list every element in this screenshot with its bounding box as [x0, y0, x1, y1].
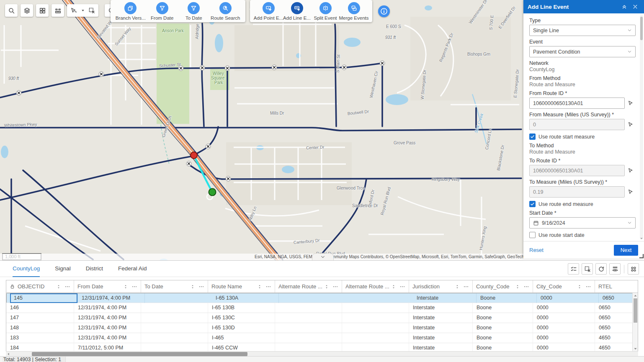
- table-cell[interactable]: 0000: [533, 313, 595, 323]
- table-cell[interactable]: [275, 313, 342, 323]
- table-cell[interactable]: 148: [6, 323, 74, 333]
- column-header-alternate-route[interactable]: Alternate Route ...: [342, 280, 409, 293]
- column-menu-icon[interactable]: [332, 284, 338, 290]
- table-cell[interactable]: 0650: [595, 303, 638, 313]
- table-cell[interactable]: [275, 343, 342, 352]
- table-cell[interactable]: Boone: [473, 333, 533, 343]
- table-cell[interactable]: 4650: [595, 343, 638, 352]
- table-cell[interactable]: [342, 303, 409, 313]
- scrollbar-thumb[interactable]: [634, 298, 637, 323]
- table-cell[interactable]: I-465 CCW: [208, 343, 275, 352]
- info-button[interactable]: [378, 5, 390, 17]
- column-menu-icon[interactable]: [131, 284, 137, 290]
- search-button[interactable]: [5, 4, 18, 17]
- event-select[interactable]: Pavement Condition: [529, 46, 636, 57]
- show-selected-records-button[interactable]: [568, 263, 579, 275]
- select-options-button[interactable]: [80, 4, 86, 17]
- column-menu-icon[interactable]: [463, 284, 469, 290]
- table-cell[interactable]: Boone: [473, 303, 533, 313]
- table-cell[interactable]: 0000: [533, 323, 595, 333]
- refresh-table-button[interactable]: [595, 263, 607, 275]
- column-header-route-name[interactable]: Route Name: [208, 280, 275, 293]
- table-cell[interactable]: [342, 323, 409, 333]
- table-cell[interactable]: [141, 303, 208, 313]
- sort-icon[interactable]: [577, 284, 582, 289]
- table-cell[interactable]: 0000: [533, 303, 595, 313]
- column-menu-icon[interactable]: [399, 284, 405, 290]
- measure-button[interactable]: [52, 4, 64, 17]
- column-header-county-code[interactable]: County_Code: [473, 280, 533, 293]
- table-cell[interactable]: Boone: [473, 313, 533, 323]
- add-line-e-tool[interactable]: Add Line E...: [283, 2, 311, 21]
- table-cell[interactable]: [275, 333, 342, 343]
- pick-to-measure-button[interactable]: [627, 188, 636, 196]
- show-hide-columns-button[interactable]: [609, 263, 621, 275]
- column-header-jurisdiction[interactable]: Jurisdiction: [409, 280, 473, 293]
- sort-icon[interactable]: [56, 284, 61, 289]
- column-header-rtel[interactable]: RTEL: [595, 280, 638, 293]
- table-cell[interactable]: 146: [6, 303, 74, 313]
- from-date-tool[interactable]: From Date: [147, 2, 178, 21]
- table-cell[interactable]: Boone: [473, 343, 533, 352]
- split-event-tool[interactable]: Split Event: [311, 2, 340, 21]
- table-cell[interactable]: 12/31/1974, 4:00 PM: [74, 333, 141, 343]
- table-cell[interactable]: 145: [10, 293, 78, 303]
- reset-button[interactable]: Reset: [529, 247, 544, 253]
- clear-selection-button[interactable]: [86, 4, 98, 17]
- table-row[interactable]: 1847/11/2012, 5:00 PMI-465 CCWInterstate…: [6, 343, 638, 352]
- panel-scrollbar[interactable]: [640, 15, 643, 239]
- table-cell[interactable]: 0650: [595, 313, 638, 323]
- table-cell[interactable]: [342, 313, 409, 323]
- column-menu-icon[interactable]: [523, 284, 529, 290]
- tab-district[interactable]: District: [86, 261, 103, 277]
- scrollbar-thumb[interactable]: [640, 17, 643, 40]
- table-cell[interactable]: 184: [6, 343, 74, 352]
- use-route-end-measure-checkbox[interactable]: Use route end measure: [529, 201, 636, 207]
- use-route-start-date-checkbox[interactable]: Use route start date: [529, 232, 636, 238]
- table-cell[interactable]: I-65 130A: [212, 293, 279, 303]
- basemap-grid-button[interactable]: [36, 4, 49, 17]
- table-cell[interactable]: Interstate: [409, 323, 473, 333]
- table-cell[interactable]: 7/11/2012, 5:00 PM: [74, 343, 141, 352]
- clear-table-selection-button[interactable]: [582, 263, 593, 275]
- sort-icon[interactable]: [123, 284, 128, 289]
- from-route-id-input[interactable]: [529, 98, 625, 109]
- table-horizontal-scrollbar[interactable]: [6, 351, 638, 356]
- route-search-tool[interactable]: Route Search: [210, 2, 242, 21]
- table-cell[interactable]: Interstate: [413, 293, 477, 303]
- type-select[interactable]: Single Line: [529, 25, 636, 36]
- table-cell[interactable]: 12/31/1974, 4:00 PM: [74, 313, 141, 323]
- table-cell[interactable]: 0650: [595, 323, 638, 333]
- sort-icon[interactable]: [324, 284, 329, 289]
- table-row[interactable]: 18312/31/1974, 4:00 PMI-465InterstateBoo…: [6, 333, 638, 343]
- table-cell[interactable]: Interstate: [409, 333, 473, 343]
- next-button[interactable]: Next: [614, 245, 638, 256]
- table-cell[interactable]: [141, 323, 208, 333]
- map[interactable]: Anson ParkWilleySquareParkElevated WaySu…: [0, 0, 523, 260]
- branch-vers-tool[interactable]: Branch Vers...: [115, 2, 147, 21]
- table-cell[interactable]: 147: [6, 313, 74, 323]
- table-cell[interactable]: 4650: [595, 333, 638, 343]
- table-cell[interactable]: [275, 323, 342, 333]
- table-cell[interactable]: I-65 130B: [208, 303, 275, 313]
- table-cell[interactable]: Boone: [477, 293, 537, 303]
- pick-to-route-button[interactable]: [627, 167, 636, 175]
- close-panel-button[interactable]: [631, 2, 640, 11]
- column-header-from-date[interactable]: From Date: [74, 280, 141, 293]
- select-button[interactable]: [68, 4, 80, 17]
- table-row[interactable]: 14712/31/1974, 4:00 PMI-65 130CInterstat…: [6, 313, 638, 323]
- collapse-panel-button[interactable]: [620, 2, 629, 11]
- layers-button[interactable]: [21, 4, 33, 17]
- column-header-objectid[interactable]: OBJECTID: [6, 280, 74, 293]
- sort-icon[interactable]: [190, 284, 195, 289]
- panel-resize-handle[interactable]: [639, 254, 644, 258]
- table-row[interactable]: 14612/31/1974, 4:00 PMI-65 130BInterstat…: [6, 303, 638, 313]
- merge-events-tool[interactable]: Merge Events: [340, 2, 368, 21]
- start-date-field[interactable]: 9/16/2024: [529, 217, 636, 228]
- to-measure-input[interactable]: [529, 186, 625, 198]
- table-cell[interactable]: Interstate: [409, 303, 473, 313]
- column-menu-icon[interactable]: [265, 284, 271, 290]
- sort-icon[interactable]: [391, 284, 396, 289]
- table-cell[interactable]: 0000: [537, 293, 599, 303]
- pick-from-measure-button[interactable]: [627, 121, 636, 129]
